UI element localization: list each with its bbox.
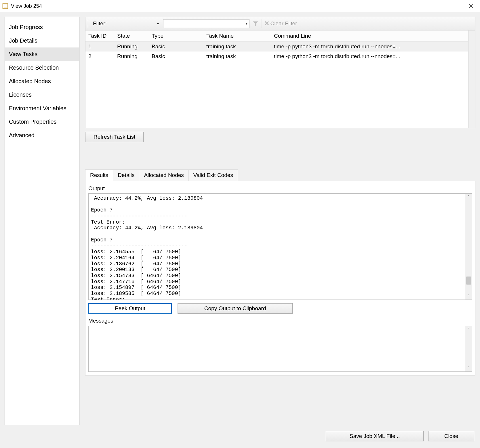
col-state[interactable]: State <box>114 30 149 42</box>
cell-task-name: training task <box>203 52 271 61</box>
sidebar-item-label: Advanced <box>9 132 35 138</box>
col-command-line[interactable]: Command Line <box>271 30 475 42</box>
filter-label: Filter: <box>93 20 107 27</box>
tab-allocated-nodes[interactable]: Allocated Nodes <box>139 169 188 181</box>
clear-filter-button[interactable]: ✕ Clear Filter <box>264 20 297 27</box>
results-panel: Output Accuracy: 44.2%, Avg loss: 2.1898… <box>85 181 475 375</box>
sidebar-item-label: Licenses <box>9 91 32 98</box>
cell-command-line: time -p python3 -m torch.distributed.run… <box>271 52 475 61</box>
sidebar-item-label: Allocated Nodes <box>9 78 51 84</box>
cell-task-id: 1 <box>85 42 114 52</box>
close-button[interactable]: Close <box>428 431 474 441</box>
x-icon: ✕ <box>264 20 269 27</box>
sidebar-item-custom-properties[interactable]: Custom Properties <box>5 115 79 129</box>
cell-command-line: time -p python3 -m torch.distributed.run… <box>271 42 475 52</box>
window-close-button[interactable] <box>464 2 478 10</box>
sidebar-item-allocated-nodes[interactable]: Allocated Nodes <box>5 75 79 88</box>
copy-output-button[interactable]: Copy Output to Clipboard <box>178 303 293 314</box>
filter-value-combo[interactable]: ▾ <box>163 19 249 28</box>
output-textbox[interactable]: Accuracy: 44.2%, Avg loss: 2.189804 Epoc… <box>88 193 472 300</box>
scroll-down-icon[interactable]: ˅ <box>465 365 472 371</box>
sidebar-item-job-progress[interactable]: Job Progress <box>5 20 79 34</box>
peek-output-button[interactable]: Peek Output <box>88 303 172 314</box>
sidebar-item-label: Environment Variables <box>9 105 66 111</box>
col-type[interactable]: Type <box>149 30 203 42</box>
tab-results[interactable]: Results <box>85 169 113 181</box>
table-row[interactable]: 2 Running Basic training task time -p py… <box>85 52 475 61</box>
output-text: Accuracy: 44.2%, Avg loss: 2.189804 Epoc… <box>89 194 472 300</box>
sidebar: Job Progress Job Details View Tasks Reso… <box>5 17 79 425</box>
sidebar-item-resource-selection[interactable]: Resource Selection <box>5 61 79 75</box>
scroll-up-icon[interactable]: ˄ <box>465 326 472 333</box>
refresh-task-list-button[interactable]: Refresh Task List <box>85 132 144 142</box>
window-title: View Job 254 <box>11 3 464 9</box>
clear-filter-label: Clear Filter <box>271 20 297 27</box>
col-task-name[interactable]: Task Name <box>203 30 271 42</box>
messages-scrollbar[interactable]: ˄ ˅ <box>465 326 472 371</box>
cell-task-name: training task <box>203 42 271 52</box>
sidebar-item-view-tasks[interactable]: View Tasks <box>5 47 79 61</box>
col-task-id[interactable]: Task ID <box>85 30 114 42</box>
scroll-thumb[interactable] <box>466 277 471 285</box>
filter-field-combo[interactable]: ▾ <box>109 19 161 28</box>
messages-textbox[interactable]: ˄ ˅ <box>88 326 472 372</box>
sidebar-item-label: Job Details <box>9 37 37 44</box>
chevron-down-icon: ▾ <box>246 22 247 26</box>
save-job-xml-button[interactable]: Save Job XML File... <box>326 431 424 441</box>
app-icon <box>2 3 8 9</box>
sidebar-item-advanced[interactable]: Advanced <box>5 129 79 142</box>
tab-valid-exit-codes[interactable]: Valid Exit Codes <box>188 169 238 181</box>
toolbar-separator <box>262 19 262 28</box>
sidebar-item-label: Custom Properties <box>9 119 57 125</box>
sidebar-item-label: Job Progress <box>9 24 43 30</box>
cell-state: Running <box>114 42 149 52</box>
chevron-down-icon: ▾ <box>157 22 159 26</box>
table-row[interactable]: 1 Running Basic training task time -p py… <box>85 42 475 52</box>
toolbar-grip <box>88 20 89 28</box>
cell-task-id: 2 <box>85 52 114 61</box>
filter-toolbar: Filter: ▾ ▾ ✕ Clear Filter <box>85 17 475 30</box>
output-scrollbar[interactable]: ˄ ˅ <box>465 194 472 300</box>
titlebar: View Job 254 <box>0 0 480 12</box>
messages-label: Messages <box>88 318 472 324</box>
scroll-down-icon[interactable]: ˅ <box>465 293 472 300</box>
task-grid[interactable]: Task ID State Type Task Name Command Lin… <box>85 30 475 128</box>
scroll-up-icon[interactable]: ˄ <box>465 194 472 201</box>
sidebar-item-job-details[interactable]: Job Details <box>5 34 79 47</box>
tab-details[interactable]: Details <box>113 169 139 181</box>
dialog-footer: Save Job XML File... Close <box>5 427 475 445</box>
cell-type: Basic <box>149 52 203 61</box>
cell-type: Basic <box>149 42 203 52</box>
sidebar-item-environment-variables[interactable]: Environment Variables <box>5 102 79 115</box>
output-label: Output <box>88 185 472 192</box>
sidebar-item-licenses[interactable]: Licenses <box>5 88 79 102</box>
sidebar-item-label: View Tasks <box>9 51 37 57</box>
grid-scrollbar[interactable] <box>468 30 475 128</box>
cell-state: Running <box>114 52 149 61</box>
result-tabs: Results Details Allocated Nodes Valid Ex… <box>85 169 475 181</box>
apply-filter-button[interactable] <box>252 20 259 27</box>
sidebar-item-label: Resource Selection <box>9 64 59 71</box>
